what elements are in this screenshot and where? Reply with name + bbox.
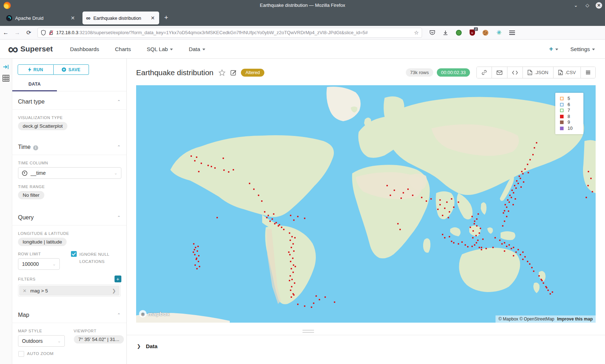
auto-zoom-checkbox-row[interactable]: AUTO ZOOM: [18, 351, 126, 357]
url-path: :32108/superset/explore/?form_data_key=1…: [78, 30, 411, 35]
section-chart-type[interactable]: Chart type⌃: [12, 91, 126, 110]
expand-panel-icon[interactable]: [3, 64, 9, 70]
remove-filter-icon[interactable]: ✕: [23, 288, 27, 294]
nav-data[interactable]: Data: [189, 46, 205, 52]
superset-logo[interactable]: ∞ Superset: [8, 43, 53, 55]
panel-drag-handle[interactable]: [302, 330, 314, 334]
legend-item[interactable]: 5: [560, 96, 583, 102]
earthquake-point: [527, 261, 528, 262]
legend-item[interactable]: 8: [560, 114, 583, 120]
earthquake-point: [197, 250, 198, 252]
earthquake-point: [278, 225, 279, 227]
reload-button[interactable]: ⟳: [23, 29, 35, 36]
ignore-null-checkbox-row[interactable]: IGNORE NULLLOCATIONS: [71, 251, 127, 265]
earthquake-point: [289, 254, 291, 255]
new-tab-button[interactable]: +: [164, 14, 168, 22]
tab-close-icon[interactable]: ✕: [150, 15, 156, 21]
section-point-size[interactable]: Point Size⌄: [12, 363, 126, 364]
earthquake-point: [198, 255, 200, 256]
adblock-shield-icon[interactable]: u 2: [469, 29, 476, 36]
attribution-improve-link[interactable]: Improve this map: [557, 317, 593, 322]
earthquake-point: [511, 197, 512, 198]
earthquake-point: [508, 244, 510, 246]
checkbox-unchecked-icon[interactable]: [18, 351, 24, 357]
nav-sql-lab[interactable]: SQL Lab: [147, 46, 173, 52]
email-button[interactable]: [492, 67, 507, 78]
add-new-button[interactable]: +: [549, 45, 558, 53]
pocket-icon[interactable]: [429, 29, 436, 36]
extension-green-icon[interactable]: [455, 29, 462, 36]
mapbox-logo[interactable]: ◉ mapbox: [139, 310, 170, 318]
run-button[interactable]: RUN: [18, 64, 54, 75]
tab-close-icon[interactable]: ✕: [70, 15, 76, 21]
viewport-value[interactable]: 7° 35' 54.02" | 31...: [74, 335, 124, 343]
tracking-shield-icon[interactable]: [41, 30, 46, 36]
map-style-select[interactable]: Outdoors ⌄: [18, 335, 65, 347]
earthquake-point: [291, 268, 292, 269]
filter-chip[interactable]: ✕ mag > 5 ❯: [19, 286, 120, 296]
legend-swatch-icon: [560, 127, 564, 130]
add-filter-button[interactable]: +: [115, 276, 121, 282]
downloads-icon[interactable]: [442, 29, 449, 36]
superset-brand: Superset: [21, 45, 53, 53]
minimize-icon[interactable]: ⌄: [573, 2, 579, 9]
bookmark-star-icon[interactable]: ☆: [414, 29, 419, 36]
checkbox-checked-icon[interactable]: [71, 251, 77, 257]
insecure-lock-icon[interactable]: [49, 30, 54, 36]
back-button[interactable]: ←: [0, 29, 12, 36]
tab-data[interactable]: DATA: [12, 82, 57, 87]
earthquake-point: [477, 240, 479, 241]
settings-menu[interactable]: Settings: [570, 46, 595, 52]
maximize-icon[interactable]: ◇: [584, 2, 591, 9]
earthquake-point: [449, 211, 450, 213]
extension-asterisk-icon[interactable]: ✳: [495, 29, 502, 36]
save-button[interactable]: SAVE: [54, 64, 89, 75]
dataset-grid-icon[interactable]: [3, 75, 9, 82]
section-map[interactable]: Map⌃: [12, 305, 126, 323]
earthquake-point: [529, 263, 530, 265]
filters-container: ✕ mag > 5 ❯: [18, 285, 121, 297]
earthquake-point: [474, 244, 475, 246]
nav-dashboards[interactable]: Dashboards: [70, 46, 99, 52]
deckgl-map[interactable]: 5678910 ◉ mapbox © Mapbox © OpenStreetMa…: [136, 85, 596, 323]
earthquake-point: [324, 296, 326, 298]
earthquake-point: [201, 163, 202, 164]
chart-menu-button[interactable]: [581, 67, 595, 78]
earthquake-point: [444, 208, 445, 209]
section-time[interactable]: Timei ⌃: [12, 137, 126, 155]
legend-item[interactable]: 7: [560, 108, 583, 114]
section-query[interactable]: Query⌃: [12, 207, 126, 226]
legend-item[interactable]: 6: [560, 102, 583, 108]
url-bar[interactable]: 172.18.0.3 :32108/superset/explore/?form…: [37, 28, 422, 38]
earthquake-point: [293, 264, 294, 266]
forward-button[interactable]: →: [12, 29, 23, 36]
export-csv-button[interactable]: .CSV: [553, 67, 581, 78]
tab-earthquake-distribution[interactable]: ∞ Earthquake distribution ✕: [82, 12, 159, 24]
time-range-value[interactable]: No filter: [18, 191, 44, 199]
altered-badge[interactable]: Altered: [241, 69, 265, 77]
menu-icon[interactable]: [508, 29, 516, 36]
viz-type-value[interactable]: deck.gl Scatterplot: [18, 122, 67, 130]
attribution-mapbox[interactable]: © Mapbox: [498, 317, 518, 322]
earthquake-point: [193, 251, 194, 253]
time-column-select[interactable]: __time ⌄: [18, 167, 121, 179]
copy-link-button[interactable]: [477, 67, 492, 78]
edit-title-icon[interactable]: [230, 69, 237, 76]
browser-toolbar: ← → ⟳ 172.18.0.3 :32108/superset/explore…: [0, 26, 605, 40]
legend-item[interactable]: 10: [560, 126, 583, 132]
earthquake-point: [499, 240, 501, 241]
cookie-extension-icon[interactable]: [482, 29, 489, 36]
favorite-star-icon[interactable]: [219, 69, 225, 76]
legend-item[interactable]: 9: [560, 119, 583, 126]
export-json-button[interactable]: .JSON: [523, 67, 553, 78]
attribution-osm[interactable]: © OpenStreetMap: [519, 317, 554, 322]
lonlat-value[interactable]: longitude | latitude: [18, 238, 67, 246]
tab-apache-druid[interactable]: Apache Druid ✕: [3, 12, 79, 24]
row-limit-select[interactable]: 100000 ⌄: [18, 258, 60, 270]
nav-charts[interactable]: Charts: [115, 46, 131, 52]
superset-navbar: ∞ Superset Dashboards Charts SQL Lab Dat…: [0, 40, 605, 59]
embed-code-button[interactable]: [507, 67, 523, 78]
close-icon[interactable]: ✕: [596, 2, 602, 9]
earthquake-point: [467, 246, 469, 247]
data-results-collapsed[interactable]: ❯ Data: [127, 335, 605, 349]
